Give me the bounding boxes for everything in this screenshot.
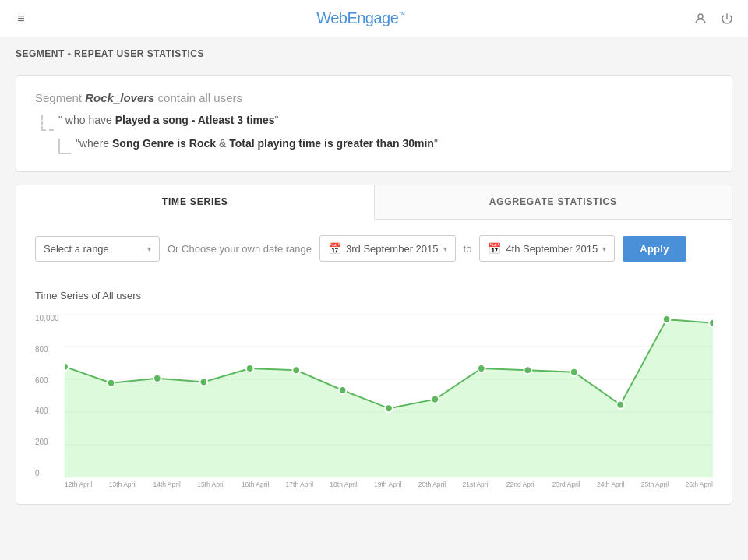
x-label-24apr: 24th April <box>597 481 624 488</box>
x-label-13apr: 13th April <box>109 481 136 488</box>
or-choose-label: Or Choose your own date range <box>168 243 312 255</box>
range-chevron-icon: ▾ <box>147 245 151 253</box>
y-label-0: 0 <box>35 469 58 477</box>
header: ≡ WebEngage™ <box>0 0 748 37</box>
rule-2-bold2: Total playing time is greater than 30min <box>229 137 434 150</box>
svg-point-13 <box>339 386 347 394</box>
svg-point-10 <box>199 379 207 386</box>
to-label: to <box>464 243 472 255</box>
tab-aggregate[interactable]: AGGREGATE STATISTICS <box>375 185 732 219</box>
y-label-10000: 10,000 <box>35 314 58 322</box>
svg-point-20 <box>663 315 671 323</box>
tabs-container: TIME SERIES AGGREGATE STATISTICS Select … <box>16 185 732 505</box>
date-from-chevron-icon: ▾ <box>443 245 447 253</box>
svg-point-19 <box>616 401 624 409</box>
svg-point-8 <box>108 379 115 387</box>
x-axis: 12th April 13th April 14th April 15th Ap… <box>65 477 713 488</box>
svg-point-15 <box>432 396 439 403</box>
svg-point-9 <box>153 375 161 382</box>
tab-time-series[interactable]: TIME SERIES <box>16 185 375 220</box>
y-label-200: 200 <box>35 438 58 446</box>
date-to-picker[interactable]: 📅 4th September 2015 ▾ <box>479 235 615 262</box>
range-select[interactable]: Select a range ▾ <box>35 236 160 262</box>
header-left: ≡ <box>12 10 30 27</box>
x-label-23apr: 23rd April <box>552 481 580 488</box>
rule-bracket-2 <box>58 139 71 154</box>
logo-web: Web <box>316 9 347 26</box>
svg-point-17 <box>524 366 531 374</box>
logo-engage: Engage <box>347 9 398 26</box>
rule-1-text: " who have Played a song - Atleast 3 tim… <box>58 112 279 129</box>
logo: WebEngage™ <box>316 9 405 27</box>
svg-point-12 <box>292 366 300 374</box>
svg-point-21 <box>709 319 713 327</box>
tabs-header: TIME SERIES AGGREGATE STATISTICS <box>16 185 732 220</box>
segment-name: Rock_lovers <box>85 91 154 104</box>
x-label-18apr: 18th April <box>330 481 357 488</box>
x-label-21apr: 21st April <box>462 481 489 488</box>
apply-button[interactable]: Apply <box>623 236 686 262</box>
y-label-800: 800 <box>35 345 58 354</box>
chart-title: Time Series of All users <box>35 290 713 301</box>
svg-point-18 <box>570 368 578 376</box>
rule-2-bold1: Song Genre is Rock <box>112 137 216 150</box>
menu-icon[interactable]: ≡ <box>12 10 30 27</box>
y-label-400: 400 <box>35 407 58 415</box>
date-from-picker[interactable]: 📅 3rd September 2015 ▾ <box>319 235 456 262</box>
segment-prefix: Segment <box>35 91 82 104</box>
rule-2-text: "where Song Genre is Rock & Total playin… <box>76 136 438 152</box>
user-icon[interactable] <box>692 10 709 27</box>
header-icons <box>692 10 736 27</box>
date-to-chevron-icon: ▾ <box>602 245 606 253</box>
segment-card: Segment Rock_lovers contain all users " … <box>16 75 732 172</box>
x-label-22apr: 22nd April <box>506 481 536 488</box>
x-label-16apr: 16th April <box>242 481 269 488</box>
calendar-from-icon: 📅 <box>328 242 341 255</box>
chart-area-path <box>65 319 713 477</box>
rule-1-bold: Played a song - Atleast 3 times <box>115 114 275 126</box>
segment-suffix: contain all users <box>158 91 242 104</box>
power-icon[interactable] <box>718 10 736 27</box>
range-select-label: Select a range <box>44 243 109 255</box>
chart-svg <box>65 314 713 477</box>
chart-section: Time Series of All users 0 200 400 600 8… <box>16 277 732 504</box>
y-label-600: 600 <box>35 376 58 385</box>
svg-point-11 <box>246 365 254 372</box>
x-label-26apr: 26th April <box>685 481 712 488</box>
rule-bracket-1 <box>41 115 54 131</box>
logo-sup: ™ <box>398 11 405 19</box>
svg-point-7 <box>65 363 69 371</box>
chart-area: 12th April 13th April 14th April 15th Ap… <box>65 314 713 488</box>
segment-rule-2: "where Song Genre is Rock & Total playin… <box>58 136 713 154</box>
x-label-17apr: 17th April <box>286 481 313 488</box>
svg-point-0 <box>698 14 703 19</box>
svg-point-16 <box>478 365 485 372</box>
segment-rule-1: " who have Played a song - Atleast 3 tim… <box>41 112 713 131</box>
date-from-value: 3rd September 2015 <box>346 243 439 255</box>
x-label-12apr: 12th April <box>65 481 92 488</box>
chart-container: 0 200 400 600 800 10,000 <box>35 314 713 488</box>
x-label-15apr: 15th April <box>197 481 224 488</box>
date-to-value: 4th September 2015 <box>506 243 598 255</box>
filter-row: Select a range ▾ Or Choose your own date… <box>16 220 732 277</box>
x-label-25apr: 25th April <box>641 481 669 488</box>
segment-title: Segment Rock_lovers contain all users <box>35 91 713 104</box>
x-label-20apr: 20th April <box>418 481 446 488</box>
x-label-19apr: 19th April <box>374 481 401 488</box>
page-title: SEGMENT - REPEAT USER STATISTICS <box>0 37 748 67</box>
y-axis: 0 200 400 600 800 10,000 <box>35 314 65 477</box>
x-label-14apr: 14th April <box>153 481 180 488</box>
svg-point-14 <box>385 404 393 412</box>
calendar-to-icon: 📅 <box>488 242 501 255</box>
